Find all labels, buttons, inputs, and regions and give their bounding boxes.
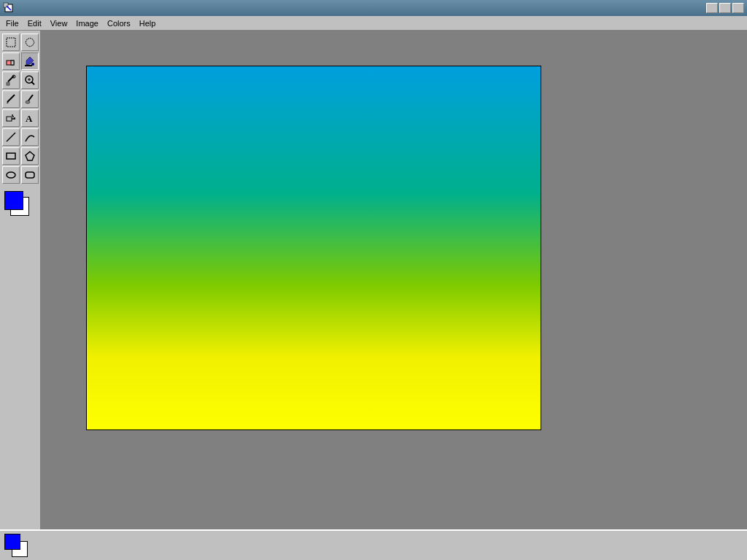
svg-rect-25 — [7, 153, 15, 159]
title-left — [3, 2, 18, 14]
rounded-rect-icon — [24, 169, 36, 181]
line-tool[interactable] — [2, 128, 20, 146]
brush-tool[interactable] — [21, 90, 39, 108]
svg-line-11 — [31, 82, 34, 85]
foreground-color-box[interactable] — [4, 191, 23, 210]
eyedropper-icon — [5, 74, 17, 86]
zoom-tool[interactable] — [21, 71, 39, 89]
menu-view[interactable]: View — [46, 18, 72, 29]
brush-icon — [24, 93, 36, 105]
pencil-icon — [5, 93, 17, 105]
curve-tool[interactable] — [21, 128, 39, 146]
tool-row-2 — [2, 52, 39, 70]
menu-colors[interactable]: Colors — [103, 18, 135, 29]
text-icon: A — [24, 112, 36, 124]
svg-line-24 — [7, 133, 15, 141]
tool-row-8 — [2, 166, 39, 184]
select-free-tool[interactable] — [21, 34, 39, 51]
title-bar — [0, 0, 747, 16]
svg-line-7 — [8, 76, 14, 82]
menu-edit[interactable]: Edit — [23, 18, 46, 29]
select-rect-icon — [5, 36, 17, 48]
rect-icon — [5, 150, 17, 162]
svg-point-22 — [12, 114, 13, 116]
svg-line-16 — [28, 95, 33, 101]
svg-rect-28 — [26, 172, 34, 178]
palette-color-preview — [4, 534, 28, 557]
select-free-icon — [24, 36, 36, 48]
svg-rect-5 — [11, 61, 14, 65]
svg-rect-3 — [7, 38, 15, 47]
svg-rect-18 — [7, 117, 12, 121]
eraser-icon — [5, 55, 17, 67]
svg-text:A: A — [26, 113, 33, 124]
tool-row-7 — [2, 147, 39, 165]
ellipse-tool[interactable] — [2, 166, 20, 184]
airbrush-icon — [5, 112, 17, 124]
svg-rect-6 — [25, 65, 32, 66]
eyedropper-tool[interactable] — [2, 71, 20, 89]
fill-tool[interactable] — [21, 52, 39, 70]
menu-help[interactable]: Help — [135, 18, 160, 29]
tool-row-6 — [2, 128, 39, 146]
svg-rect-8 — [7, 82, 9, 85]
palette-foreground-color[interactable] — [4, 534, 20, 550]
tool-row-4 — [2, 90, 39, 108]
minimize-button[interactable] — [706, 3, 718, 13]
paint-canvas[interactable] — [86, 66, 541, 430]
zoom-icon — [24, 74, 36, 86]
fill-icon — [24, 55, 36, 67]
text-tool[interactable]: A — [21, 109, 39, 127]
airbrush-tool[interactable] — [2, 109, 20, 127]
ellipse-icon — [5, 169, 17, 181]
toolbox-color-preview — [3, 190, 38, 229]
curve-icon — [24, 131, 36, 143]
maximize-button[interactable] — [719, 3, 731, 13]
close-button[interactable] — [732, 3, 744, 13]
svg-marker-15 — [7, 102, 9, 104]
pencil-tool[interactable] — [2, 90, 20, 108]
canvas-container — [41, 31, 747, 529]
svg-line-14 — [7, 95, 15, 102]
svg-point-17 — [26, 101, 30, 104]
tool-row-1 — [2, 34, 39, 51]
polygon-tool[interactable] — [21, 147, 39, 165]
line-icon — [5, 131, 17, 143]
eraser-tool[interactable] — [2, 52, 20, 70]
polygon-icon — [24, 150, 36, 162]
main-layout: A — [0, 31, 747, 529]
tool-row-3 — [2, 71, 39, 89]
rounded-rect-tool[interactable] — [21, 166, 39, 184]
svg-marker-26 — [26, 152, 34, 160]
tool-row-5: A — [2, 109, 39, 127]
menu-bar: File Edit View Image Colors Help — [0, 16, 747, 31]
svg-point-27 — [7, 172, 15, 178]
select-rect-tool[interactable] — [2, 34, 20, 51]
app-icon — [3, 2, 15, 14]
rect-tool[interactable] — [2, 147, 20, 165]
svg-point-20 — [12, 116, 14, 117]
menu-file[interactable]: File — [1, 18, 23, 29]
title-buttons[interactable] — [706, 3, 744, 13]
palette-bar — [0, 529, 747, 560]
menu-image[interactable]: Image — [71, 18, 103, 29]
toolbox: A — [0, 31, 41, 529]
color-palette-grid — [35, 534, 382, 558]
svg-point-21 — [14, 117, 15, 119]
